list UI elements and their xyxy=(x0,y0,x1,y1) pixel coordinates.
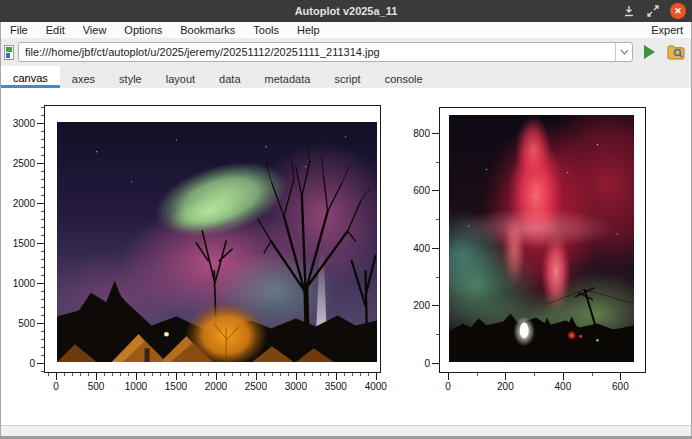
y-minor-tick xyxy=(41,331,44,332)
y-tick-label: 1000 xyxy=(13,278,35,289)
y-minor-tick xyxy=(41,315,44,316)
x-minor-tick xyxy=(320,373,321,376)
y-major-tick xyxy=(432,248,439,249)
y-major-tick xyxy=(37,163,44,164)
x-minor-tick xyxy=(240,373,241,376)
x-minor-tick xyxy=(288,373,289,376)
y-tick-label: 2500 xyxy=(13,158,35,169)
go-button[interactable] xyxy=(638,41,660,63)
x-tick-label: 0 xyxy=(53,381,59,392)
y-minor-tick xyxy=(41,339,44,340)
x-tick-label: 4000 xyxy=(365,381,387,392)
dropdown-chevron-icon[interactable] xyxy=(615,43,632,61)
y-minor-tick xyxy=(436,162,439,163)
menu-item-file[interactable]: File xyxy=(1,24,37,36)
x-major-tick xyxy=(376,373,377,380)
tab-script[interactable]: script xyxy=(322,66,372,88)
tab-axes[interactable]: axes xyxy=(60,66,107,88)
x-minor-tick xyxy=(280,373,281,376)
x-major-tick xyxy=(448,373,449,380)
plot-frame xyxy=(439,107,646,373)
x-minor-tick xyxy=(224,373,225,376)
x-minor-tick xyxy=(120,373,121,376)
open-file-button[interactable] xyxy=(665,41,687,63)
x-major-tick xyxy=(56,373,57,380)
menu-item-options[interactable]: Options xyxy=(115,24,171,36)
menu-item-bookmarks[interactable]: Bookmarks xyxy=(171,24,244,36)
uri-value[interactable]: file:///home/jbf/ct/autoplot/u/2025/jere… xyxy=(19,46,615,58)
plot-canvas[interactable]: 0500100015002000250030003500400005001000… xyxy=(0,88,692,425)
x-tick-label: 0 xyxy=(445,381,451,392)
y-major-tick xyxy=(37,123,44,124)
y-minor-tick xyxy=(41,147,44,148)
x-tick-label: 600 xyxy=(612,381,629,392)
menu-item-help[interactable]: Help xyxy=(288,24,329,36)
x-minor-tick xyxy=(232,373,233,376)
y-minor-tick xyxy=(41,211,44,212)
address-row: file:///home/jbf/ct/autoplot/u/2025/jere… xyxy=(0,38,692,66)
close-icon[interactable]: ✕ xyxy=(670,3,686,19)
minimize-icon[interactable] xyxy=(622,4,636,18)
y-minor-tick xyxy=(41,275,44,276)
x-tick-label: 400 xyxy=(555,381,572,392)
x-minor-tick xyxy=(168,373,169,376)
expert-toggle[interactable]: Expert xyxy=(643,24,691,36)
x-minor-tick xyxy=(200,373,201,376)
x-minor-tick xyxy=(344,373,345,376)
tab-console[interactable]: console xyxy=(373,66,435,88)
plot-left[interactable]: 0500100015002000250030003500400005001000… xyxy=(44,105,381,373)
tab-metadata[interactable]: metadata xyxy=(253,66,323,88)
y-minor-tick xyxy=(41,179,44,180)
x-minor-tick xyxy=(88,373,89,376)
y-minor-tick xyxy=(41,355,44,356)
x-minor-tick xyxy=(534,373,535,376)
maximize-icon[interactable] xyxy=(646,4,660,18)
x-major-tick xyxy=(136,373,137,380)
plot-right[interactable]: 02004006000200400600800 xyxy=(439,107,646,373)
tab-canvas[interactable]: canvas xyxy=(1,66,60,88)
play-icon xyxy=(644,45,655,59)
tab-layout[interactable]: layout xyxy=(154,66,207,88)
y-tick-label: 3000 xyxy=(13,118,35,129)
y-minor-tick xyxy=(41,251,44,252)
y-minor-tick xyxy=(41,235,44,236)
x-minor-tick xyxy=(360,373,361,376)
x-major-tick xyxy=(336,373,337,380)
aurora-photo-portrait xyxy=(449,115,634,362)
x-major-tick xyxy=(176,373,177,380)
menu-item-edit[interactable]: Edit xyxy=(37,24,74,36)
status-bar xyxy=(0,425,692,436)
menu-bar: FileEditViewOptionsBookmarksToolsHelp Ex… xyxy=(0,22,692,38)
x-major-tick xyxy=(216,373,217,380)
x-minor-tick xyxy=(264,373,265,376)
menu-item-tools[interactable]: Tools xyxy=(244,24,288,36)
y-minor-tick xyxy=(41,195,44,196)
y-tick-label: 0 xyxy=(424,357,430,368)
y-minor-tick xyxy=(41,171,44,172)
y-major-tick xyxy=(37,283,44,284)
x-minor-tick xyxy=(368,373,369,376)
window-title: Autoplot v2025a_11 xyxy=(0,5,692,17)
y-minor-tick xyxy=(41,259,44,260)
x-tick-label: 1500 xyxy=(165,381,187,392)
x-tick-label: 3500 xyxy=(325,381,347,392)
tab-style[interactable]: style xyxy=(107,66,154,88)
uri-combobox[interactable]: file:///home/jbf/ct/autoplot/u/2025/jere… xyxy=(18,42,633,62)
x-minor-tick xyxy=(112,373,113,376)
x-major-tick xyxy=(505,373,506,380)
y-minor-tick xyxy=(41,107,44,108)
y-tick-label: 2000 xyxy=(13,198,35,209)
plot-frame xyxy=(44,105,381,373)
x-tick-label: 1000 xyxy=(125,381,147,392)
x-tick-label: 200 xyxy=(497,381,514,392)
y-minor-tick xyxy=(41,371,44,372)
menu-item-view[interactable]: View xyxy=(74,24,116,36)
x-tick-label: 2000 xyxy=(205,381,227,392)
y-minor-tick xyxy=(41,131,44,132)
tab-data[interactable]: data xyxy=(207,66,252,88)
x-minor-tick xyxy=(184,373,185,376)
x-tick-label: 500 xyxy=(88,381,105,392)
y-minor-tick xyxy=(41,347,44,348)
open-file-icon xyxy=(667,44,685,60)
y-minor-tick xyxy=(41,267,44,268)
